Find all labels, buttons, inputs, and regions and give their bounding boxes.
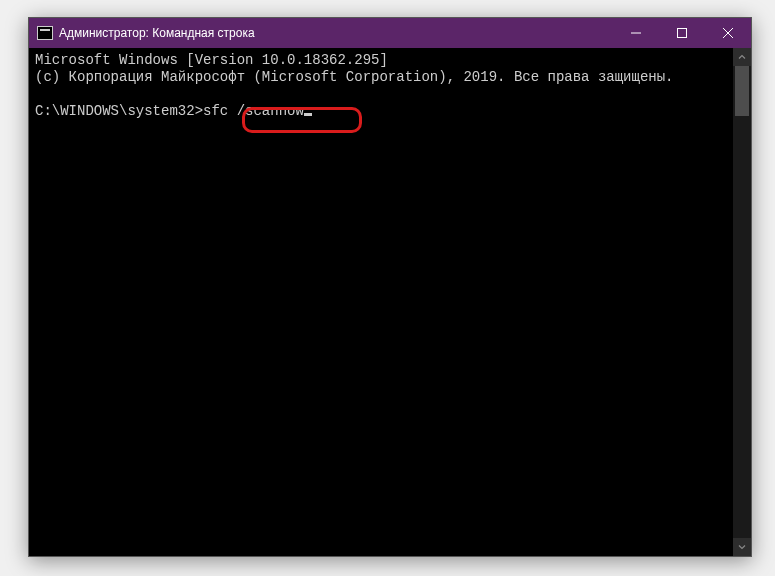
scroll-down-button[interactable] — [733, 538, 751, 556]
prompt-path: C:\WINDOWS\system32> — [35, 103, 203, 119]
titlebar[interactable]: Администратор: Командная строка — [29, 18, 751, 48]
window-controls — [613, 18, 751, 48]
copyright-line: (c) Корпорация Майкрософт (Microsoft Cor… — [35, 69, 674, 85]
svg-rect-1 — [678, 29, 687, 38]
console-body: Microsoft Windows [Version 10.0.18362.29… — [29, 48, 751, 556]
vertical-scrollbar[interactable] — [733, 48, 751, 556]
minimize-icon — [631, 28, 641, 38]
typed-command: sfc /scannow — [203, 103, 304, 119]
maximize-button[interactable] — [659, 18, 705, 48]
version-line: Microsoft Windows [Version 10.0.18362.29… — [35, 52, 388, 68]
minimize-button[interactable] — [613, 18, 659, 48]
close-icon — [723, 28, 733, 38]
maximize-icon — [677, 28, 687, 38]
command-prompt-window: Администратор: Командная строка Microsof — [28, 17, 752, 557]
scroll-up-button[interactable] — [733, 48, 751, 66]
window-title: Администратор: Командная строка — [59, 26, 613, 40]
close-button[interactable] — [705, 18, 751, 48]
app-icon — [37, 26, 53, 40]
console-content[interactable]: Microsoft Windows [Version 10.0.18362.29… — [29, 48, 733, 556]
scrollbar-thumb[interactable] — [735, 66, 749, 116]
cursor — [304, 113, 312, 116]
chevron-up-icon — [738, 53, 746, 61]
chevron-down-icon — [738, 543, 746, 551]
